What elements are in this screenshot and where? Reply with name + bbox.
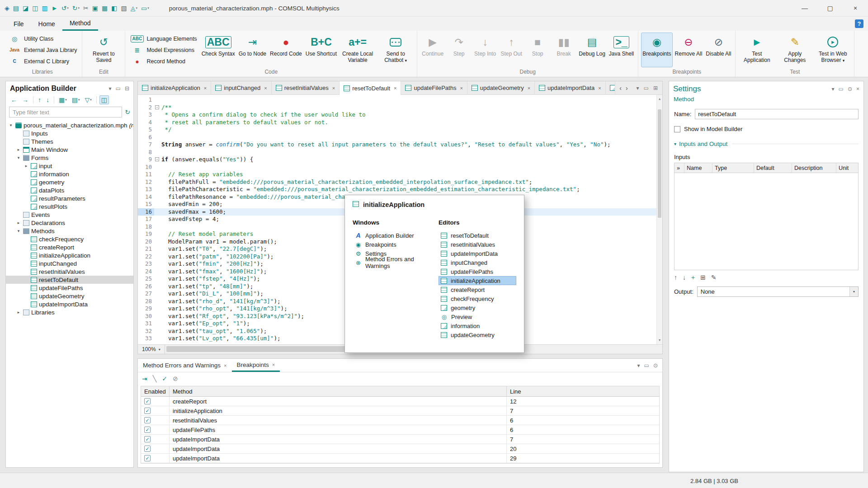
table-edit-button[interactable]: ⊞ — [700, 274, 706, 281]
line-number[interactable]: 6 — [138, 134, 154, 141]
code-line[interactable]: 5 */ — [138, 126, 662, 134]
vertical-scrollbar[interactable]: ▲ ▼ — [656, 95, 662, 344]
code-line[interactable]: 3 * Opens a confirm dialog to check if t… — [138, 111, 662, 119]
code-line[interactable]: 9-if (answer.equals("Yes")) { — [138, 156, 662, 164]
switcher-item-createreport[interactable]: createReport — [439, 285, 516, 294]
code-line[interactable]: 6 — [138, 134, 662, 141]
editor-tab-inputchanged[interactable]: inputChanged× — [211, 81, 271, 94]
expand-arrow[interactable]: ▾ — [8, 123, 14, 127]
line-number[interactable]: 16 — [138, 208, 154, 216]
line-number[interactable]: 4 — [138, 119, 154, 127]
delete-button[interactable]: ▧ — [121, 5, 127, 11]
line-number[interactable]: 29 — [138, 305, 154, 313]
line-number[interactable]: 26 — [138, 283, 154, 291]
line-number[interactable]: 21 — [138, 245, 154, 253]
close-tab-icon[interactable]: × — [224, 363, 226, 368]
switcher-item-resettodefault[interactable]: resetToDefault — [439, 231, 516, 240]
filter-button[interactable]: ▽▾ — [83, 95, 94, 104]
switcher-item-checkfrequency[interactable]: checkFrequency — [439, 294, 516, 303]
move-down-gray-button[interactable]: ↓ — [683, 274, 686, 281]
cut-button[interactable]: ✂ — [83, 5, 89, 11]
line-number[interactable]: 1 — [138, 96, 154, 104]
switcher-item-resetinitialvalues[interactable]: resetInitialValues — [439, 240, 516, 249]
switcher-item-inputchanged[interactable]: inputChanged — [439, 258, 516, 267]
tree-item-porous-material-characterization-mph[interactable]: ▾porous_material_characterization.mph (r… — [6, 121, 133, 129]
expand-arrow[interactable]: ▸ — [16, 221, 21, 225]
test-application-button[interactable]: ►Test Application — [738, 33, 775, 67]
check-syntax-button[interactable]: ABCCheck Syntax — [200, 33, 236, 67]
model-toggle-button[interactable]: ◫ — [99, 95, 109, 104]
print-preview-button[interactable]: ▥ — [42, 5, 47, 11]
model-tree-button[interactable]: ◬▾ — [131, 5, 137, 11]
output-select[interactable]: None ▾ — [697, 286, 859, 297]
step-button[interactable]: ↷Step — [446, 33, 472, 67]
tree-item-updategeometry[interactable]: updateGeometry — [6, 292, 133, 300]
code-line[interactable]: 12 filePathFull = "embedded:///porous_ma… — [138, 178, 662, 186]
open-file-button[interactable]: ◪ — [23, 5, 28, 11]
method-name-input[interactable] — [695, 109, 859, 119]
disable-all-button[interactable]: ⊘Disable All — [704, 33, 732, 67]
enabled-checkbox[interactable]: ✓ — [144, 427, 151, 433]
tree-item-events[interactable]: Events — [6, 211, 133, 219]
breakpoint-row[interactable]: ✓updateImportData7 — [141, 435, 659, 444]
expand-arrow[interactable]: ▸ — [24, 164, 29, 168]
tree-item-libraries[interactable]: ▸Libraries — [6, 308, 133, 316]
debug-log-button[interactable]: ▤Debug Log — [577, 33, 607, 67]
line-number[interactable]: 11 — [138, 171, 154, 178]
switcher-item-initializeapplication[interactable]: initializeApplication — [439, 276, 516, 285]
close-tab-icon[interactable]: × — [332, 85, 335, 91]
fold-collapse-icon[interactable]: - — [155, 105, 159, 109]
code-line[interactable]: 10 — [138, 164, 662, 171]
switcher-item-method-errors-and-warnings[interactable]: ⊗Method Errors and Warnings — [353, 258, 439, 267]
line-number[interactable]: 8 — [138, 149, 154, 156]
code-line[interactable]: 2-/** — [138, 104, 662, 112]
tree-item-createreport[interactable]: createReport — [6, 243, 133, 251]
expand-arrow[interactable]: ▾ — [16, 229, 21, 233]
line-number[interactable]: 33 — [138, 335, 154, 343]
help-button[interactable]: ? — [855, 19, 863, 28]
line-number[interactable]: 12 — [138, 178, 154, 186]
switcher-item-geometry[interactable]: geometry — [439, 303, 516, 312]
enabled-checkbox[interactable]: ✓ — [144, 398, 151, 404]
step-into-button[interactable]: ↓Step Into — [472, 33, 498, 67]
paste-button[interactable]: ▦ — [102, 5, 108, 11]
code-line[interactable]: 4 * reset all parameters to default valu… — [138, 119, 662, 127]
copy-button[interactable]: ▣ — [92, 5, 98, 11]
move-up-button[interactable]: ↑ — [36, 95, 43, 104]
breakpoints-button[interactable]: ◉Breakpoints — [641, 33, 672, 67]
line-number[interactable]: 18 — [138, 223, 154, 231]
close-button[interactable]: × — [843, 0, 868, 16]
minimize-button[interactable]: — — [792, 0, 817, 16]
enabled-checkbox[interactable]: ✓ — [144, 455, 151, 461]
bp-goto-button[interactable]: ⇥ — [142, 375, 147, 382]
editor-tab-resettodefault[interactable]: resetToDefault× — [340, 81, 401, 95]
breakpoint-row[interactable]: ✓updateImportData29 — [141, 454, 659, 463]
line-number[interactable]: 14 — [138, 193, 154, 201]
nav-back-button[interactable]: ← — [9, 95, 19, 104]
show-in-model-builder-checkbox[interactable] — [674, 126, 680, 132]
new-file-button[interactable]: ▤ — [13, 5, 19, 11]
view-grid-button[interactable]: ▦▾ — [57, 95, 69, 104]
tree-item-resultplots[interactable]: resultPlots — [6, 202, 133, 211]
line-number[interactable]: 20 — [138, 238, 154, 246]
edit-button[interactable]: ✎ — [711, 274, 717, 281]
panel-tab-breakpoints[interactable]: Breakpoints× — [232, 359, 280, 372]
line-number[interactable]: 31 — [138, 320, 154, 328]
line-number[interactable]: 30 — [138, 313, 154, 320]
inputs-and-output-section[interactable]: ▾ Inputs and Output — [674, 141, 859, 147]
tree-item-geometry[interactable]: geometry — [6, 178, 133, 186]
tree-item-inputs[interactable]: Inputs — [6, 129, 133, 137]
save-button[interactable]: ◫ — [32, 5, 38, 11]
code-line[interactable]: 1 — [138, 96, 662, 104]
tree-item-resultparameters[interactable]: resultParameters — [6, 194, 133, 202]
continue-button[interactable]: ▶Continue — [420, 33, 445, 67]
scroll-down-icon[interactable]: ▼ — [657, 337, 662, 344]
switcher-item-updategeometry[interactable]: updateGeometry — [439, 330, 516, 339]
ribbon-tab-file[interactable]: File — [6, 17, 31, 31]
model-expressions-button[interactable]: ≣Model Expressions — [128, 46, 198, 54]
line-number[interactable]: 10 — [138, 164, 154, 171]
switcher-item-preview[interactable]: ◎Preview — [439, 312, 516, 321]
expand-arrow[interactable]: ▸ — [16, 310, 21, 314]
tree-item-initializeapplication[interactable]: initializeApplication — [6, 251, 133, 259]
line-number[interactable]: 13 — [138, 186, 154, 193]
